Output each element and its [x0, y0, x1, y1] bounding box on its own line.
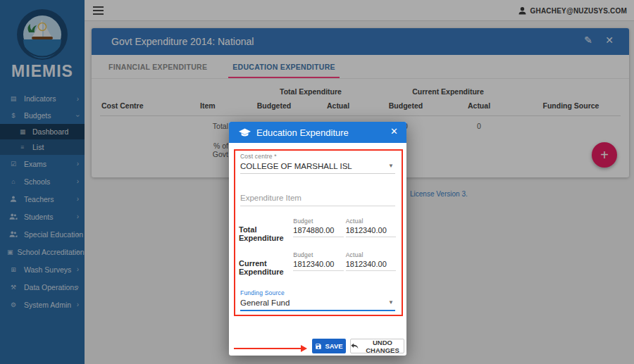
total-actual-input[interactable]: 1812340.00 — [346, 226, 396, 237]
current-budget-input[interactable]: 1812340.00 — [293, 260, 343, 271]
current-actual-input[interactable]: 1812340.00 — [346, 260, 396, 271]
app-window: MIEMIS ▤ Indicators › $ Budgets › ▦ Dash… — [0, 0, 634, 364]
modal-title: Education Expenditure — [256, 127, 349, 138]
total-expenditure-label: Total Expenditure — [239, 218, 293, 242]
total-budget-input[interactable]: 1874880.00 — [293, 226, 343, 237]
funding-source-select[interactable]: General Fund ▼ — [240, 299, 395, 311]
cost-centre-field[interactable]: Cost centre * COLLEGE OF MARSHALL ISL ▼ — [240, 153, 395, 174]
modal-header: Education Expenditure ✕ — [229, 122, 406, 143]
expenditure-item-field[interactable]: Expenditure Item — [240, 194, 395, 206]
education-expenditure-modal: Education Expenditure ✕ Cost centre * CO… — [229, 122, 406, 356]
current-expenditure-label: Current Expenditure — [239, 251, 293, 276]
dropdown-caret-icon: ▼ — [388, 163, 394, 169]
save-button[interactable]: SAVE — [312, 339, 346, 353]
current-expenditure-row: Current Expenditure Budget 1812340.00 Ac… — [239, 251, 398, 276]
modal-close-icon[interactable]: ✕ — [390, 126, 398, 137]
undo-arrow-icon — [351, 343, 359, 349]
undo-changes-button[interactable]: UNDO CHANGES — [350, 339, 404, 353]
floppy-save-icon — [315, 343, 322, 350]
funding-source-label: Funding Source — [240, 289, 395, 296]
total-expenditure-row: Total Expenditure Budget 1874880.00 Actu… — [239, 218, 398, 242]
cost-centre-select[interactable]: COLLEGE OF MARSHALL ISL ▼ — [240, 162, 395, 174]
graduation-cap-icon — [239, 128, 251, 137]
funding-source-field[interactable]: Funding Source General Fund ▼ — [240, 289, 395, 311]
expenditure-item-input[interactable]: Expenditure Item — [240, 194, 395, 206]
dropdown-caret-icon: ▼ — [388, 299, 394, 306]
cost-centre-label: Cost centre * — [240, 153, 395, 160]
